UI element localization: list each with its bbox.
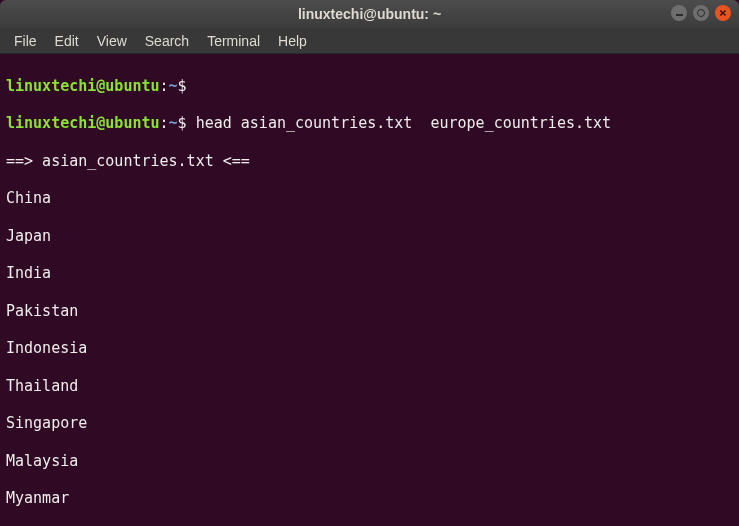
prompt-path: ~ [169,77,178,95]
close-button[interactable] [715,5,731,21]
prompt-user: linuxtechi@ubuntu [6,77,160,95]
menu-help[interactable]: Help [270,30,315,52]
titlebar: linuxtechi@ubuntu: ~ [0,0,739,28]
prompt-path: ~ [169,114,178,132]
output-line: Indonesia [6,339,733,358]
output-line: Myanmar [6,489,733,508]
prompt-sep: : [160,77,169,95]
output-line: China [6,189,733,208]
window-controls [671,5,731,21]
prompt-end: $ [178,114,187,132]
menubar: File Edit View Search Terminal Help [0,28,739,54]
menu-search[interactable]: Search [137,30,197,52]
output-line: India [6,264,733,283]
output-line: Japan [6,227,733,246]
output-line: Thailand [6,377,733,396]
command-text: head asian_countries.txt europe_countrie… [196,114,611,132]
output-line: Pakistan [6,302,733,321]
file-header: ==> asian_countries.txt <== [6,152,733,171]
prompt-end: $ [178,77,187,95]
prompt-line: linuxtechi@ubuntu:~$ head asian_countrie… [6,114,733,133]
prompt-line: linuxtechi@ubuntu:~$ [6,77,733,96]
menu-view[interactable]: View [89,30,135,52]
menu-edit[interactable]: Edit [47,30,87,52]
menu-terminal[interactable]: Terminal [199,30,268,52]
maximize-button[interactable] [693,5,709,21]
output-line: Malaysia [6,452,733,471]
minimize-button[interactable] [671,5,687,21]
prompt-sep: : [160,114,169,132]
output-line: Singapore [6,414,733,433]
terminal-output[interactable]: linuxtechi@ubuntu:~$ linuxtechi@ubuntu:~… [0,54,739,526]
prompt-user: linuxtechi@ubuntu [6,114,160,132]
menu-file[interactable]: File [6,30,45,52]
window-title: linuxtechi@ubuntu: ~ [298,6,441,22]
